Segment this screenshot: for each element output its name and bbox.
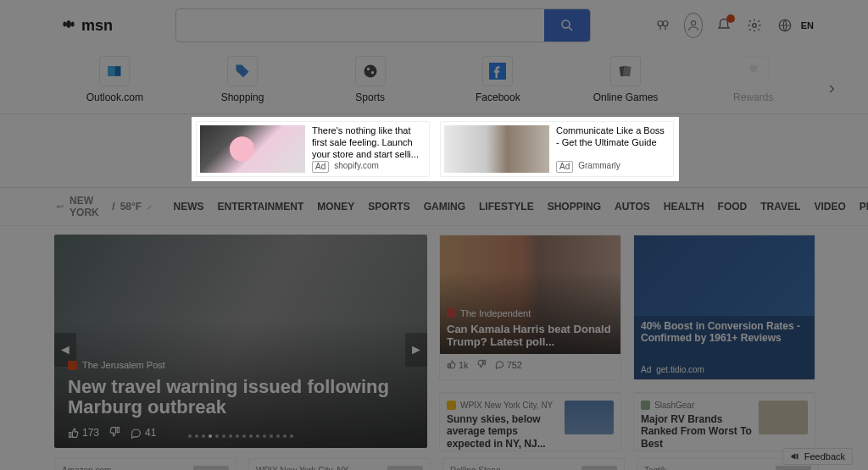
dim-overlay <box>0 0 868 470</box>
ad-sponsor: shopify.com <box>334 161 379 174</box>
ad-title: There's nothing like that first sale fee… <box>312 125 426 160</box>
ad-title: Communicate Like a Boss - Get the Ultima… <box>556 125 670 149</box>
ad-label: Ad <box>312 161 329 174</box>
ad-text: There's nothing like that first sale fee… <box>312 125 426 173</box>
ad-card-1-highlight[interactable]: There's nothing like that first sale fee… <box>196 121 430 177</box>
ad-image <box>444 125 549 173</box>
ad-card-2-highlight[interactable]: Communicate Like a Boss - Get the Ultima… <box>440 121 674 177</box>
ad-image <box>200 125 305 173</box>
ad-text: Communicate Like a Boss - Get the Ultima… <box>556 125 670 173</box>
ad-sponsor: Grammarly <box>578 161 620 174</box>
ads-highlight: There's nothing like that first sale fee… <box>192 117 679 181</box>
ad-label: Ad <box>556 161 573 174</box>
